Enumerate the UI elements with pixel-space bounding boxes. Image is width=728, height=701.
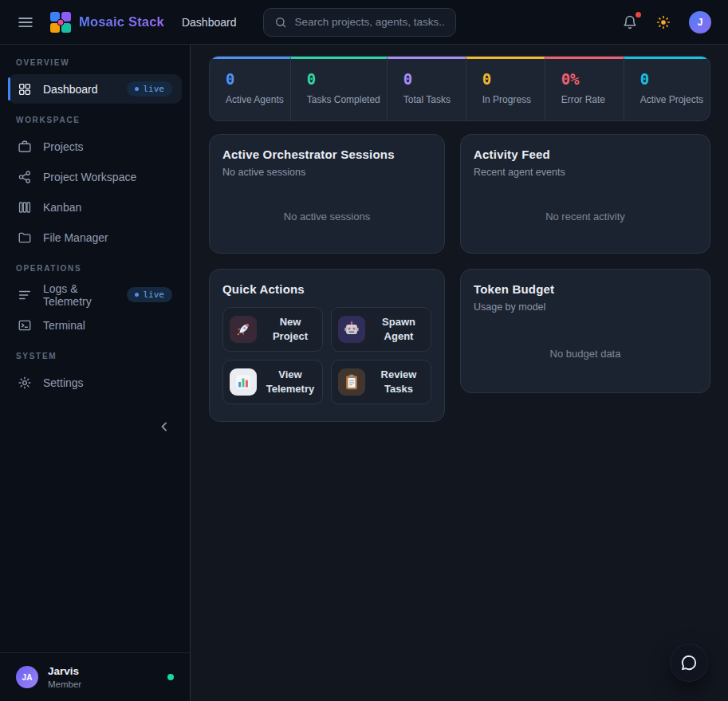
top-bar: Mosaic Stack Dashboard J [0,0,728,45]
card-title: Quick Actions [222,282,431,296]
sidebar-item-projects[interactable]: Projects [8,132,182,161]
menu-icon[interactable] [17,14,34,31]
network-icon [18,170,32,184]
sun-icon[interactable] [655,13,675,32]
clipboard-icon [338,368,365,396]
robot-icon [338,316,365,343]
spawn-agent-button[interactable]: Spawn Agent [331,307,431,352]
folder-icon [18,230,32,245]
quick-actions-card: Quick Actions New Project Spawn Agent [209,269,445,422]
stat-tasks-completed: 0 Tasks Completed [290,57,387,120]
live-dot-icon [135,293,139,297]
stat-value: 0% [561,70,617,88]
stat-total-tasks: 0 Total Tasks [387,57,466,120]
live-badge: live [127,287,173,302]
terminal-icon [18,318,32,333]
stat-label: Active Agents [226,94,284,105]
kanban-icon [18,200,32,215]
stat-error-rate: 0% Error Rate [545,57,624,120]
card-subtitle: Recent agent events [474,167,697,178]
user-role: Member [48,679,81,689]
card-subtitle: No active sessions [222,167,431,178]
stat-value: 0 [226,70,284,88]
card-title: Token Budget [474,282,697,296]
new-project-button[interactable]: New Project [222,307,323,352]
activity-feed-card: Activity Feed Recent agent events No rec… [460,134,710,254]
search-input[interactable] [294,16,445,28]
brand-name: Mosaic Stack [79,14,164,30]
user-name: Jarvis [48,665,81,677]
online-status-dot [167,674,174,680]
section-label-system: SYSTEM [16,352,174,360]
active-orchestrator-sessions-card: Active Orchestrator Sessions No active s… [209,134,445,254]
section-label-operations: OPERATIONS [16,264,174,273]
sidebar-item-terminal[interactable]: Terminal [8,310,182,340]
quick-action-label: Spawn Agent [373,315,424,343]
chat-fab-button[interactable] [670,644,708,682]
stat-label: Error Rate [561,94,617,105]
sidebar-item-label: Terminal [43,319,85,332]
search-icon [274,16,287,29]
notification-dot [636,12,641,18]
stat-active-projects: 0 Active Projects [624,57,710,120]
live-dot-icon [135,87,139,91]
stat-value: 0 [403,70,459,88]
gear-icon [18,376,32,390]
user-initials-avatar: JA [16,666,38,688]
breadcrumb: Dashboard [182,16,237,29]
quick-action-label: View Telemetry [265,368,316,396]
token-budget-card: Token Budget Usage by model No budget da… [460,269,710,393]
view-telemetry-button[interactable]: View Telemetry [222,360,323,404]
bell-icon[interactable] [622,13,641,32]
empty-state-text: No active sessions [222,178,431,240]
sidebar-user-card[interactable]: JA Jarvis Member [0,652,190,701]
sidebar-item-logs-telemetry[interactable]: Logs & Telemetry live [8,280,182,309]
sidebar-item-label: Dashboard [43,83,98,96]
sidebar-item-kanban[interactable]: Kanban [8,192,182,222]
sidebar-collapse-button[interactable] [156,417,175,436]
sidebar-nav: OVERVIEW Dashboard live WORKSPACE Projec… [0,45,190,652]
stat-value: 0 [640,70,703,88]
section-label-overview: OVERVIEW [16,58,174,67]
chat-bubble-icon [679,653,698,672]
grid-icon [18,82,32,96]
sidebar-item-label: Logs & Telemetry [43,282,116,308]
stat-label: Active Projects [640,94,703,105]
sidebar-item-settings[interactable]: Settings [8,368,182,397]
stat-value: 0 [307,70,380,88]
section-label-workspace: WORKSPACE [16,116,174,124]
stat-in-progress: 0 In Progress [466,57,545,120]
user-avatar-button[interactable]: J [689,11,711,33]
stat-label: Tasks Completed [307,94,380,105]
sidebar-item-label: Project Workspace [43,171,136,183]
stat-value: 0 [482,70,538,88]
sidebar-item-label: Settings [43,376,84,389]
briefcase-icon [18,140,32,154]
global-search[interactable] [263,8,456,37]
stat-active-agents: 0 Active Agents [210,57,290,120]
quick-action-label: Review Tasks [373,368,424,396]
card-subtitle: Usage by model [474,301,697,313]
stat-label: In Progress [482,94,538,105]
main-content: 0 Active Agents 0 Tasks Completed 0 Tota… [191,45,728,701]
review-tasks-button[interactable]: Review Tasks [331,360,431,404]
stats-row: 0 Active Agents 0 Tasks Completed 0 Tota… [209,56,710,121]
empty-state-text: No recent activity [474,178,697,240]
mosaic-logo-icon [50,12,71,33]
chart-icon [230,368,257,396]
stat-label: Total Tasks [403,94,459,105]
card-title: Activity Feed [474,148,697,161]
rocket-icon [230,316,257,343]
sidebar-item-dashboard[interactable]: Dashboard live [8,74,182,104]
logs-icon [18,288,32,302]
empty-state-text: No budget data [474,313,697,380]
sidebar-item-label: Projects [43,140,84,153]
live-badge: live [127,81,173,96]
sidebar: OVERVIEW Dashboard live WORKSPACE Projec… [0,45,191,701]
sidebar-item-label: Kanban [43,201,81,214]
app-logo[interactable]: Mosaic Stack [50,12,164,33]
sidebar-item-label: File Manager [43,231,108,244]
sidebar-item-file-manager[interactable]: File Manager [8,223,182,252]
quick-action-label: New Project [265,315,316,343]
sidebar-item-project-workspace[interactable]: Project Workspace [8,162,182,191]
